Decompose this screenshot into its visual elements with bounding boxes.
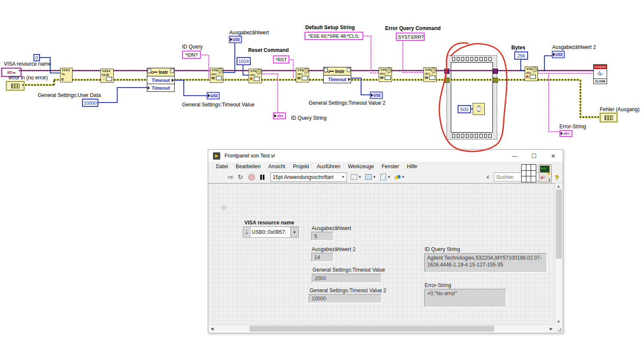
wait-constant[interactable]: 500 <box>458 105 471 113</box>
error-string-indicator[interactable]: +0,"No error" <box>424 289 506 307</box>
frontpanel-canvas[interactable]: VISA resource name I∕o USB0::0x0957: ▼ A… <box>209 183 555 325</box>
chevron-down-icon: ▼ <box>373 175 376 179</box>
label-id-query: ID Query <box>182 44 203 50</box>
clock-icon: ◷ <box>386 68 392 73</box>
label-error-query: Error Query Command <box>385 25 440 31</box>
arrow-icon <box>561 132 563 135</box>
visa-close-node[interactable]: AG532XX ◁▷∕ CLOSE <box>593 64 607 84</box>
menu-werkzeuge[interactable]: Werkzeuge <box>344 162 377 171</box>
wire-userdata <box>98 102 118 103</box>
scroll-left-icon[interactable]: ◀ <box>209 327 216 331</box>
wire-userdata <box>117 87 118 103</box>
align-objects-button[interactable]: ▼ <box>351 174 361 180</box>
visa-open-node[interactable]: VISA ✎ 0 <box>60 68 73 82</box>
label-default-setup: Default Setup String <box>305 24 355 30</box>
alignment-grid-icon[interactable] <box>521 164 536 182</box>
instr-label: Instr <box>335 69 345 74</box>
menu-fenster[interactable]: Fenster <box>378 162 403 171</box>
vi-icon[interactable]: ∿∿ ➤ 1 <box>539 164 552 182</box>
scroll-right-icon[interactable]: ▶ <box>548 327 555 331</box>
horizontal-scroll-thumb[interactable] <box>249 326 494 332</box>
maximize-button[interactable]: ☐ <box>524 150 544 162</box>
ausgabe2-indicator[interactable]: 14 <box>311 253 334 262</box>
title-bar[interactable]: ▶ Frontpanel von Test.vi — ☐ ✕ <box>208 150 563 162</box>
wire-count2 <box>544 55 545 71</box>
label-ausgabe2: Ausgabezählwert 2 <box>552 44 596 50</box>
menu-hilfe[interactable]: Hilfe <box>403 162 421 171</box>
menu-ansicht[interactable]: Ansicht <box>264 162 289 171</box>
slash-icon: ∕ <box>598 70 599 75</box>
property-timeout-read[interactable]: Timeout <box>324 75 351 83</box>
wire-error <box>22 84 54 86</box>
menu-bearbeiten[interactable]: Bearbeiten <box>232 162 264 171</box>
setup-constant[interactable]: *ESE 60;*SRE 48;*CLS; <box>304 32 363 40</box>
menu-datei[interactable]: Datei <box>212 162 232 171</box>
rst-constant[interactable]: *RST <box>273 55 289 64</box>
horizontal-scrollbar[interactable]: ◀ ▶ <box>209 324 555 333</box>
wait-ms-node[interactable]: ⌚ <box>473 103 485 115</box>
close-label: CLOSE <box>594 79 607 84</box>
property-node-timeout-2[interactable]: ?! Instr Timeout <box>323 67 351 83</box>
visa-read-node-2[interactable]: ◷ VISA abc→ R <box>525 67 538 81</box>
stop-button[interactable] <box>248 174 255 181</box>
visa-write-node-1[interactable]: ◷ VISA abc→ W <box>210 68 223 83</box>
user-data-constant[interactable]: 10000 <box>82 99 98 107</box>
init-constant[interactable]: 0 <box>33 54 40 61</box>
run-continuous-button[interactable]: ↻ <box>238 173 243 181</box>
menu-projekt[interactable]: Projekt <box>289 162 313 171</box>
vertical-scroll-thumb[interactable] <box>556 189 562 259</box>
ausgabe2-terminal[interactable]: U32 <box>552 51 565 58</box>
distribute-icon <box>365 174 372 180</box>
run-button[interactable]: ⇨ <box>228 173 234 181</box>
reorder-button[interactable]: ▼ <box>395 175 405 180</box>
ausgabe1-indicator[interactable]: 5 <box>311 232 334 241</box>
wire-256 <box>520 59 521 71</box>
property-node-timeout[interactable]: ?! Instr Timeout Timeout <box>147 68 175 92</box>
scroll-down-icon[interactable]: ▼ <box>555 320 562 324</box>
resize-objects-button[interactable]: ▼ <box>380 174 391 180</box>
chevron-down-icon: ▼ <box>387 175 391 179</box>
error-query-constant[interactable]: :SYST:ERR? <box>396 33 425 41</box>
display-icon <box>302 76 308 80</box>
help-icon[interactable]: ? <box>555 173 559 181</box>
flat-sequence-structure[interactable] <box>447 55 497 139</box>
wire-count1 <box>223 72 235 73</box>
vertical-scrollbar[interactable]: ▲ ▼ <box>555 183 563 325</box>
id-query-string-indicator[interactable]: Agilent Technologies,53220A,MY57100188,0… <box>424 253 547 272</box>
visa-write-node-2[interactable]: ◷ VISA abc→ W <box>296 68 309 82</box>
timeout1-terminal[interactable]: U32 <box>207 92 219 99</box>
combo-dropdown-button[interactable]: ▼ <box>290 227 298 237</box>
visa-resource-combo[interactable]: I∕o USB0::0x0957: ▼ <box>243 227 299 238</box>
visa-write-node-4[interactable]: ◷ VISA abc→ W <box>423 67 437 82</box>
timeout1-indicator[interactable]: 2000 <box>312 274 382 283</box>
menu-ausfuehren[interactable]: Ausführen <box>313 162 344 171</box>
id-query-string-terminal[interactable]: abc <box>273 112 286 119</box>
visa-write-node-3[interactable]: ◷ VISA abc→ W <box>379 67 392 82</box>
error-string-terminal[interactable]: abc <box>559 130 572 137</box>
property-timeout-read[interactable]: Timeout <box>147 76 174 84</box>
pause-button[interactable] <box>260 175 264 180</box>
search-splitter: ◂▏ <box>486 175 491 179</box>
visa-clear-node[interactable]: VISA CLR ↔ <box>100 69 114 83</box>
error-out-terminal[interactable] <box>600 113 617 122</box>
error-in-terminal[interactable] <box>6 81 24 91</box>
read-bytes-constant[interactable]: 1024 <box>237 57 251 65</box>
timeout2-terminal[interactable]: U32 <box>370 92 383 99</box>
minimize-button[interactable]: — <box>505 150 524 162</box>
visa-read-node-1[interactable]: ◷ VISA abc→ R <box>249 69 262 83</box>
resize-grip[interactable] <box>556 326 562 332</box>
visa-clr-title: VISA <box>102 70 110 73</box>
align-icon <box>351 174 357 180</box>
wire-setup <box>362 36 371 36</box>
property-timeout-write[interactable]: Timeout <box>147 84 174 91</box>
idn-constant[interactable]: *IDN? <box>182 51 201 59</box>
scroll-up-icon[interactable]: ▲ <box>555 184 562 188</box>
bytes-constant[interactable]: 256 <box>514 51 528 60</box>
close-button[interactable]: ✕ <box>544 150 563 162</box>
label-user-data: General Settings:User Data <box>38 92 101 98</box>
distribute-objects-button[interactable]: ▼ <box>365 174 376 180</box>
wire-timeout1 <box>174 80 184 81</box>
timeout2-indicator[interactable]: 10000 <box>309 294 382 303</box>
ausgabe1-terminal[interactable]: U32 <box>229 36 242 43</box>
font-selector[interactable]: 15pt Anwendungsschriftart▼ <box>270 173 347 182</box>
